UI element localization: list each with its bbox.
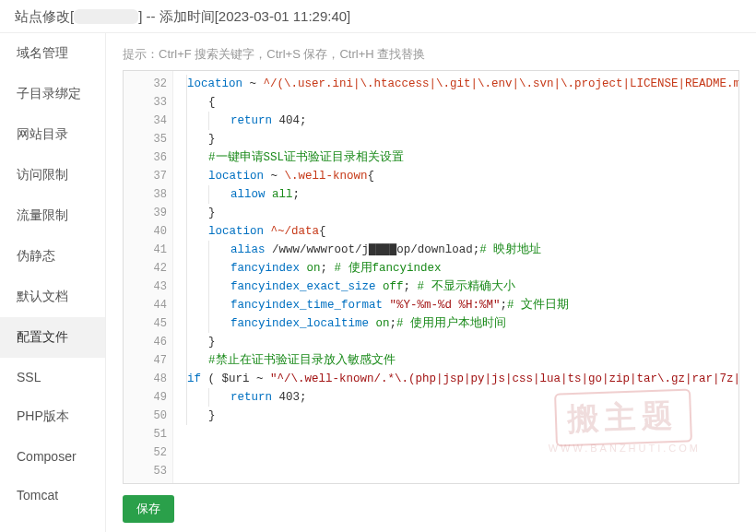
title-prefix: 站点修改[ <box>15 8 74 24</box>
config-editor[interactable]: 3233343536373839404142434445464748495051… <box>123 70 739 484</box>
title-masked <box>74 9 138 24</box>
code-line: { <box>186 93 729 112</box>
sidebar-item-4[interactable]: 流量限制 <box>0 195 105 236</box>
code-line: allow all; <box>186 185 729 204</box>
code-line: location ^~/data{ <box>186 222 729 241</box>
sidebar-item-0[interactable]: 域名管理 <box>0 33 105 74</box>
save-button[interactable]: 保存 <box>123 495 174 523</box>
line-gutter: 3233343536373839404142434445464748495051… <box>124 71 173 484</box>
code-line: } <box>186 407 729 425</box>
sidebar-item-6[interactable]: 默认文档 <box>0 277 105 317</box>
code-line: return 404; <box>186 112 729 130</box>
sidebar-item-3[interactable]: 访问限制 <box>0 155 105 195</box>
code-line: return 403; <box>186 388 729 407</box>
sidebar-item-11[interactable]: Tomcat <box>0 476 105 514</box>
code-line: fancyindex_time_format "%Y-%m-%d %H:%M";… <box>186 296 729 314</box>
code-area[interactable]: location ~ ^/(\.user.ini|\.htaccess|\.gi… <box>173 71 738 429</box>
code-line: } <box>186 333 729 351</box>
sidebar-item-10[interactable]: Composer <box>0 437 105 476</box>
sidebar-item-7[interactable]: 配置文件 <box>0 317 105 358</box>
sidebar-item-8[interactable]: SSL <box>0 358 105 396</box>
sidebar-item-9[interactable]: PHP版本 <box>0 396 105 437</box>
code-line: #禁止在证书验证目录放入敏感文件 <box>186 351 729 370</box>
code-line: alias /www/wwwroot/j▇▇▇▇op/download;# 映射… <box>186 241 729 259</box>
code-line: if ( $uri ~ "^/\.well-known/.*\.(php|jsp… <box>186 370 729 388</box>
sidebar: 域名管理子目录绑定网站目录访问限制流量限制伪静态默认文档配置文件SSLPHP版本… <box>0 33 106 532</box>
sidebar-item-5[interactable]: 伪静态 <box>0 236 105 277</box>
sidebar-item-1[interactable]: 子目录绑定 <box>0 74 105 114</box>
code-line: location ~ ^/(\.user.ini|\.htaccess|\.gi… <box>186 75 729 93</box>
code-line: fancyindex on; # 使用fancyindex <box>186 259 729 278</box>
code-line: #一键申请SSL证书验证目录相关设置 <box>186 148 729 167</box>
editor-hint: 提示：Ctrl+F 搜索关键字，Ctrl+S 保存，Ctrl+H 查找替换 <box>123 46 739 63</box>
code-line: location ~ \.well-known{ <box>186 167 729 185</box>
code-line: } <box>186 204 729 222</box>
window-title: 站点修改[] -- 添加时间[2023-03-01 11:29:40] <box>0 0 756 33</box>
code-line: fancyindex_exact_size off; # 不显示精确大小 <box>186 278 729 296</box>
code-line: } <box>186 130 729 148</box>
sidebar-item-2[interactable]: 网站目录 <box>0 114 105 155</box>
code-line: fancyindex_localtime on;# 使用用户本地时间 <box>186 314 729 333</box>
title-suffix: ] -- 添加时间[2023-03-01 11:29:40] <box>138 8 350 24</box>
